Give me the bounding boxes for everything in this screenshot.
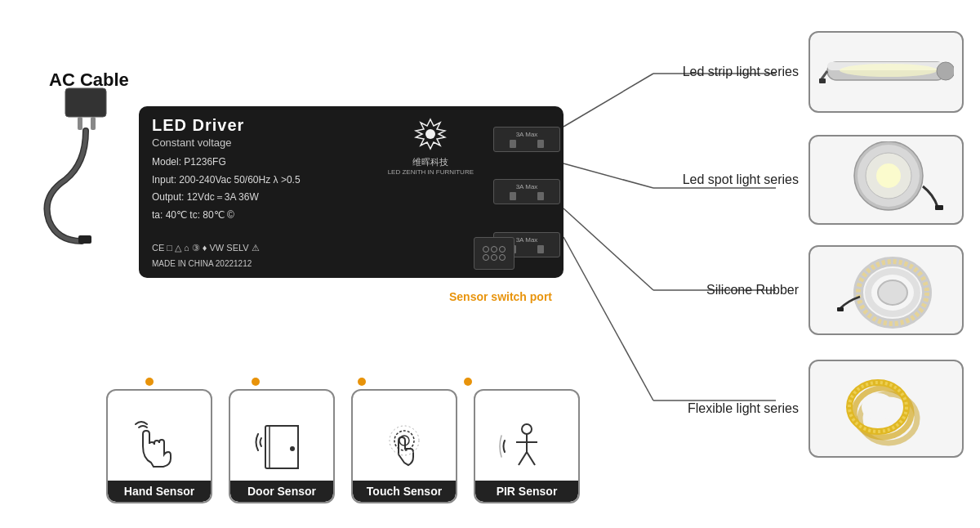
- silicone-rubber-image: [808, 245, 964, 335]
- port-terminals-1: [499, 140, 555, 148]
- svg-line-23: [519, 452, 527, 465]
- led-spot-image: [808, 135, 964, 225]
- s-circle: [499, 254, 506, 261]
- svg-rect-8: [65, 88, 106, 117]
- svg-line-2: [564, 208, 653, 290]
- terminal: [537, 192, 544, 200]
- door-sensor-label: Door Sensor: [230, 481, 333, 502]
- port-group-1: 3A Max: [493, 127, 560, 152]
- port-label-2: 3A Max: [499, 183, 555, 190]
- svg-line-24: [527, 452, 535, 465]
- silicone-rubber-series: Silicone Rubber: [706, 245, 964, 335]
- svg-rect-40: [837, 307, 844, 311]
- sensor-icons-row: Hand Sensor Door Sensor Touch Sen: [106, 389, 580, 503]
- door-sensor-box: Door Sensor: [229, 389, 335, 503]
- svg-point-34: [876, 163, 901, 188]
- svg-rect-30: [819, 78, 826, 83]
- led-driver-box: 维晖科技 LED ZENITH IN FURNITURE LED Driver …: [139, 106, 564, 278]
- orange-dot-hand: [145, 378, 154, 386]
- port-label-1: 3A Max: [499, 131, 555, 138]
- s-circle: [483, 246, 489, 253]
- svg-rect-10: [91, 117, 96, 130]
- logo-text: 维晖科技: [388, 156, 474, 168]
- flexible-light-series: Flexible light series: [688, 360, 964, 458]
- sensor-port: [474, 237, 514, 270]
- svg-point-45: [862, 393, 894, 421]
- svg-rect-11: [78, 235, 91, 244]
- port-group-2: 3A Max: [493, 179, 560, 204]
- led-spot-label: Led spot light series: [683, 172, 799, 187]
- port-terminals-2: [499, 192, 555, 200]
- svg-rect-35: [935, 205, 943, 210]
- terminal: [537, 245, 544, 253]
- svg-point-13: [425, 129, 435, 139]
- led-strip-label: Led strip light series: [683, 65, 799, 79]
- led-driver-logo: 维晖科技 LED ZENITH IN FURNITURE: [388, 118, 474, 176]
- svg-line-1: [564, 163, 653, 188]
- made-in-china: MADE IN CHINA 20221212: [152, 259, 252, 268]
- svg-point-27: [840, 64, 938, 77]
- pir-sensor-box: PIR Sensor: [474, 389, 580, 503]
- svg-point-38: [878, 280, 907, 305]
- orange-dot-pir: [464, 378, 472, 386]
- sensor-box: [474, 237, 514, 270]
- hand-sensor-label: Hand Sensor: [108, 481, 211, 502]
- svg-point-28: [937, 62, 954, 80]
- flexible-light-image: [808, 360, 964, 458]
- certifications: CE □ △ ⌂ ③ ♦ VW SELV ⚠: [152, 243, 260, 253]
- svg-point-20: [522, 424, 532, 434]
- led-strip-series: Led strip light series: [683, 31, 964, 113]
- logo-icon: [388, 118, 474, 156]
- terminal: [510, 140, 516, 148]
- touch-sensor-label: Touch Sensor: [353, 481, 456, 502]
- sensor-circles: [483, 246, 506, 261]
- svg-point-16: [290, 446, 295, 451]
- logo-sub: LED ZENITH IN FURNITURE: [388, 168, 474, 176]
- terminal: [537, 140, 544, 148]
- led-spot-series: Led spot light series: [683, 135, 964, 225]
- touch-sensor-box: Touch Sensor: [351, 389, 457, 503]
- sensor-switch-label: Sensor switch port: [449, 290, 552, 303]
- s-circle: [491, 254, 497, 261]
- led-strip-image: [808, 31, 964, 113]
- terminal: [510, 192, 516, 200]
- s-circle: [499, 246, 506, 253]
- silicone-rubber-label: Silicone Rubber: [706, 283, 799, 298]
- svg-rect-9: [78, 117, 82, 130]
- orange-dot-door: [252, 378, 260, 386]
- hand-sensor-box: Hand Sensor: [106, 389, 212, 503]
- pir-sensor-label: PIR Sensor: [475, 481, 578, 502]
- orange-dot-touch: [358, 378, 366, 386]
- svg-line-3: [564, 237, 653, 400]
- s-circle: [491, 246, 497, 253]
- s-circle: [483, 254, 489, 261]
- flexible-light-label: Flexible light series: [688, 401, 799, 416]
- svg-line-0: [564, 74, 653, 127]
